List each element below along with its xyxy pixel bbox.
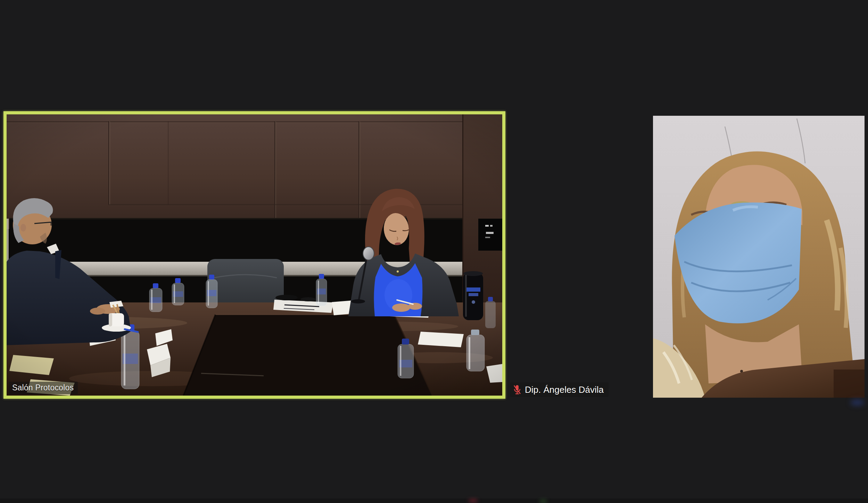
main-video-name-label: Salón Protocolos [9, 382, 78, 394]
participant-scene [653, 116, 865, 398]
main-video-tile[interactable]: Salón Protocolos [3, 111, 505, 399]
thumbnail-video-tile[interactable] [653, 116, 865, 398]
video-artifact [539, 500, 547, 503]
conference-room-scene [7, 114, 502, 396]
participant-name-text: Dip. Ángeles Dávila [525, 384, 604, 395]
meeting-stage: Salón Protocolos Dip. Ángeles Dávila [0, 0, 868, 503]
shoulder-shadow [834, 370, 865, 398]
participant-name-badge: Dip. Ángeles Dávila [510, 382, 609, 397]
video-artifact [468, 499, 478, 502]
mic-muted-icon [513, 384, 521, 395]
vignette [7, 114, 502, 396]
bottom-edge-strip [0, 498, 868, 503]
video-artifact [850, 400, 864, 405]
